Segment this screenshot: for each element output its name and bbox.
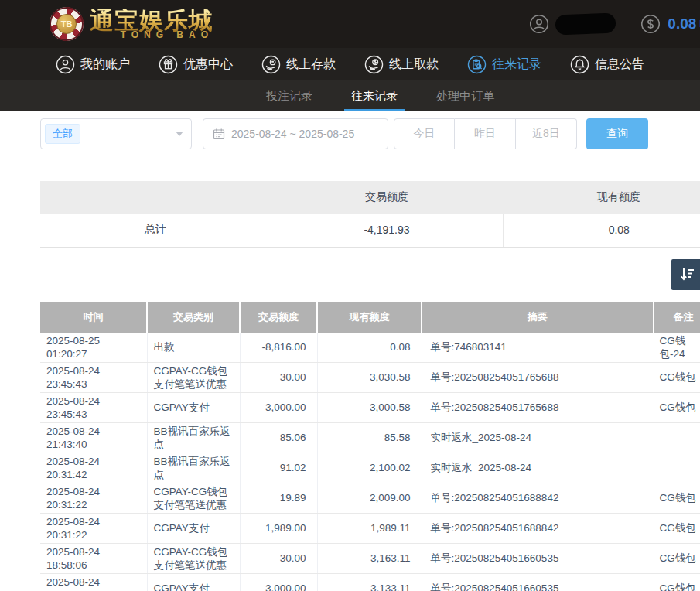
summary-header-transaction: 交易额度 xyxy=(271,181,503,214)
date-range-value: 2025-08-24 ~ 2025-08-25 xyxy=(231,128,354,140)
summary-header-empty xyxy=(40,181,271,214)
summary-header-row: 交易额度 现有额度 xyxy=(40,181,700,214)
cell-amount: 30.00 xyxy=(240,543,317,573)
search-button[interactable]: 查询 xyxy=(586,118,648,149)
cell-time: 2025-08-24 21:43:40 xyxy=(40,422,147,453)
cell-time: 2025-08-24 20:31:22 xyxy=(40,513,147,543)
cell-type: BB视讯百家乐返点 xyxy=(147,453,240,483)
table-row: 2025-08-24 20:31:22 CGPAY-CG钱包支付笔笔送优惠 19… xyxy=(40,483,700,513)
cell-time: 2025-08-24 20:31:42 xyxy=(40,453,147,483)
table-row: 2025-08-24 20:31:22 CGPAY支付 1,989.00 1,9… xyxy=(40,513,700,543)
nav-label: 优惠中心 xyxy=(183,56,233,73)
summary-table: 交易额度 现有额度 总计 -4,191.93 0.08 xyxy=(40,181,700,248)
cell-type: CGPAY支付 xyxy=(147,392,240,422)
table-row: 2025-08-24 18:58:06 CGPAY支付 3,000.00 3,1… xyxy=(40,573,700,591)
cell-time: 2025-08-24 23:45:43 xyxy=(40,392,147,422)
filter-bar: 全部 2025-08-24 ~ 2025-08-25 今日 昨日 近8日 查询 xyxy=(0,111,700,162)
cell-type: BB视讯百家乐返点 xyxy=(147,422,240,453)
cell-balance: 3,030.58 xyxy=(317,362,422,392)
withdraw-hand-coin-icon xyxy=(364,55,384,74)
nav-label: 线上存款 xyxy=(286,56,336,73)
header-time: 时间 xyxy=(40,302,147,333)
cell-remark: CG钱包 xyxy=(654,513,700,543)
sort-descending-icon xyxy=(678,265,696,284)
gift-icon xyxy=(159,55,178,74)
logo-subtitle: TONG BAO xyxy=(121,30,213,39)
cell-balance: 3,000.58 xyxy=(317,392,422,422)
cell-time: 2025-08-24 18:58:06 xyxy=(40,573,147,591)
cell-type: 出款 xyxy=(147,333,240,363)
redacted-username[interactable] xyxy=(555,13,616,36)
nav-item-deposit[interactable]: 线上存款 xyxy=(261,55,336,74)
nav-item-withdraw[interactable]: 线上取款 xyxy=(364,55,439,74)
cell-summary: 单号:202508254051688842 xyxy=(422,513,654,543)
quick-range-group: 今日 昨日 近8日 xyxy=(394,118,577,149)
header-remark: 备注 xyxy=(654,302,700,333)
cell-summary: 实时返水_2025-08-24 xyxy=(422,422,654,453)
table-row: 2025-08-24 23:45:43 CGPAY支付 3,000.00 3,0… xyxy=(40,392,700,422)
cell-remark xyxy=(654,453,700,483)
dollar-circle-icon xyxy=(640,14,661,34)
sort-descending-button[interactable] xyxy=(671,259,700,290)
header-balance: 现有额度 xyxy=(317,302,422,333)
user-circle-icon xyxy=(56,55,75,74)
summary-total-row: 总计 -4,191.93 0.08 xyxy=(40,214,700,247)
cell-summary: 单号:202508254051765688 xyxy=(422,392,654,422)
cell-balance: 3,163.11 xyxy=(317,543,422,573)
site-logo[interactable]: TB 通宝娱乐城 TONG BAO xyxy=(50,7,213,41)
yesterday-button[interactable]: 昨日 xyxy=(455,118,516,149)
today-button[interactable]: 今日 xyxy=(394,118,455,149)
cell-balance: 3,133.11 xyxy=(317,573,422,591)
nav-label: 我的账户 xyxy=(80,56,130,73)
cell-amount: 30.00 xyxy=(240,362,317,392)
date-range-input[interactable]: 2025-08-24 ~ 2025-08-25 xyxy=(203,118,388,149)
last-8-days-button[interactable]: 近8日 xyxy=(516,118,577,149)
cell-amount: 19.89 xyxy=(240,483,317,513)
cell-amount: 1,989.00 xyxy=(240,513,317,543)
cell-type: CGPAY-CG钱包支付笔笔送优惠 xyxy=(147,543,240,573)
cell-type: CGPAY-CG钱包支付笔笔送优惠 xyxy=(147,362,240,392)
tab-pending-orders[interactable]: 处理中订单 xyxy=(429,80,501,111)
cell-remark: CG钱包 xyxy=(654,392,700,422)
deposit-hand-coin-icon xyxy=(261,55,281,74)
nav-item-my-account[interactable]: 我的账户 xyxy=(56,55,130,74)
cell-time: 2025-08-24 18:58:06 xyxy=(40,543,147,573)
cell-type: CGPAY-CG钱包支付笔笔送优惠 xyxy=(147,483,240,513)
tab-betting-records[interactable]: 投注记录 xyxy=(259,80,319,111)
cell-amount: 3,000.00 xyxy=(240,573,317,591)
cell-summary: 单号:202508254051688842 xyxy=(422,483,654,513)
nav-item-transaction-records[interactable]: 往来记录 xyxy=(467,55,541,74)
cell-summary: 单号:202508254051765688 xyxy=(422,362,654,392)
header-amount: 交易额度 xyxy=(240,302,317,333)
nav-item-promotions[interactable]: 优惠中心 xyxy=(159,55,233,74)
cell-remark: CG钱包 xyxy=(654,362,700,392)
nav-label: 线上取款 xyxy=(389,56,439,73)
calendar-icon xyxy=(213,128,225,140)
nav-item-announcements[interactable]: 信息公告 xyxy=(570,55,644,74)
tab-label: 往来记录 xyxy=(351,89,398,104)
logo-title: 通宝娱乐城 xyxy=(90,9,213,32)
cell-summary: 单号:202508254051660535 xyxy=(422,543,654,573)
summary-total-balance: 0.08 xyxy=(503,214,700,247)
table-row: 2025-08-24 20:31:42 BB视讯百家乐返点 91.02 2,10… xyxy=(40,453,700,483)
cell-remark: CG钱包-24 xyxy=(654,333,700,363)
cell-remark xyxy=(654,422,700,453)
summary-header-balance: 现有额度 xyxy=(503,181,700,214)
cell-balance: 2,009.00 xyxy=(317,483,422,513)
cell-summary: 实时返水_2025-08-24 xyxy=(422,453,654,483)
cell-remark: CG钱包 xyxy=(654,573,700,591)
user-avatar-icon[interactable] xyxy=(529,14,549,34)
cell-time: 2025-08-24 23:45:43 xyxy=(40,362,147,392)
table-row: 2025-08-24 23:45:43 CGPAY-CG钱包支付笔笔送优惠 30… xyxy=(40,362,700,392)
records-clipboard-icon xyxy=(467,55,487,74)
cell-amount: 91.02 xyxy=(240,453,317,483)
content-area: 交易额度 现有额度 总计 -4,191.93 0.08 xyxy=(40,181,700,591)
sub-nav: 投注记录 往来记录 处理中订单 xyxy=(0,80,700,111)
tab-transaction-records[interactable]: 往来记录 xyxy=(344,80,405,111)
header-summary: 摘要 xyxy=(422,302,654,333)
cell-balance: 2,100.02 xyxy=(317,453,422,483)
main-nav: 我的账户 优惠中心 线上存款 线上取款 xyxy=(0,48,700,80)
type-select[interactable]: 全部 xyxy=(40,118,192,149)
records-table: 时间 交易类别 交易额度 现有额度 摘要 备注 2025-08-25 01:20… xyxy=(40,302,700,591)
cell-remark: CG钱包 xyxy=(654,543,700,573)
